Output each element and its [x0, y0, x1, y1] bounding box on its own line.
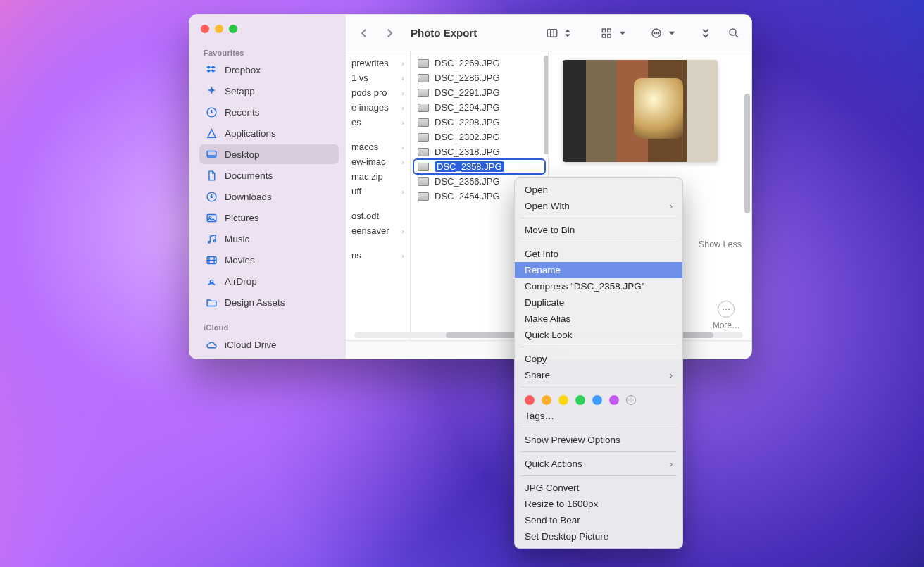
search-button[interactable]	[726, 25, 742, 42]
tag-color-r[interactable]	[525, 395, 535, 405]
menu-item[interactable]: JPG Convert	[515, 480, 682, 496]
file-thumbnail-icon	[418, 148, 429, 156]
tag-color-n[interactable]	[626, 395, 636, 405]
menu-item[interactable]: Share›	[515, 367, 682, 383]
zoom-window-button[interactable]	[229, 25, 237, 33]
menu-item[interactable]: Move to Bin	[515, 222, 682, 238]
parent-item[interactable]: eensaver›	[350, 223, 410, 238]
menu-item[interactable]: Set Desktop Picture	[515, 528, 682, 544]
menu-item[interactable]: Open With›	[515, 198, 682, 214]
parent-item[interactable]: e images›	[350, 100, 410, 115]
menu-separator	[520, 218, 677, 218]
menu-item[interactable]: Show Preview Options	[515, 432, 682, 448]
sidebar-item-movies[interactable]: Movies	[199, 250, 339, 270]
preview-scrollbar[interactable]	[744, 94, 750, 213]
file-item[interactable]: DSC_2286.JPG	[413, 70, 545, 85]
parent-item[interactable]: es›	[350, 115, 410, 130]
menu-item-label: Move to Bin	[525, 225, 575, 235]
file-item[interactable]: DSC_2294.JPG	[413, 100, 545, 115]
sidebar-item-applications[interactable]: Applications	[199, 123, 339, 143]
music-icon	[205, 232, 218, 245]
parent-item[interactable]: mac.zip	[350, 169, 410, 184]
sidebar-item-recents[interactable]: Recents	[199, 102, 339, 122]
chevron-right-icon: ›	[670, 201, 673, 211]
sidebar-item-downloads[interactable]: Downloads	[199, 187, 339, 206]
overflow-button[interactable]	[698, 25, 713, 42]
tag-colors	[515, 391, 682, 408]
sidebar-item-documents[interactable]: Documents	[199, 166, 339, 185]
forward-button[interactable]	[381, 25, 398, 42]
svg-point-6	[213, 239, 216, 242]
more-actions[interactable]: ⋯ More…	[713, 301, 740, 330]
column-parent[interactable]: prewrites›1 vs›pods pro›e images›es›maco…	[346, 51, 411, 359]
sidebar-item-airdrop[interactable]: AirDrop	[199, 271, 339, 291]
menu-item[interactable]: Get Info	[515, 246, 682, 262]
sidebar-item-label: Design Assets	[225, 297, 285, 308]
parent-item[interactable]: macos›	[350, 139, 410, 154]
sidebar-item-label: Desktop	[225, 149, 260, 160]
menu-item[interactable]: Open	[515, 182, 682, 198]
column-scrollbar[interactable]	[544, 56, 549, 154]
tag-color-g[interactable]	[575, 395, 585, 405]
sidebar-item-icloud-drive[interactable]: iCloud Drive	[199, 335, 339, 354]
parent-item[interactable]: ns›	[350, 248, 410, 263]
action-button[interactable]	[649, 25, 680, 42]
file-name: DSC_2298.JPG	[435, 117, 500, 127]
menu-item[interactable]: Quick Actions›	[515, 456, 682, 472]
file-item[interactable]: DSC_2358.JPG	[413, 159, 545, 174]
group-button[interactable]	[599, 25, 630, 42]
sidebar-item-label: Pictures	[225, 213, 259, 223]
menu-item[interactable]: Rename	[515, 262, 682, 278]
sidebar-item-design-assets[interactable]: Design Assets	[199, 292, 339, 312]
menu-item[interactable]: Duplicate	[515, 294, 682, 311]
parent-item[interactable]: uff›	[350, 184, 410, 199]
tag-color-o[interactable]	[542, 395, 551, 405]
tag-color-b[interactable]	[592, 395, 602, 405]
view-columns-button[interactable]	[544, 25, 575, 42]
parent-item[interactable]: 1 vs›	[350, 70, 410, 85]
tag-color-y[interactable]	[558, 395, 568, 405]
sidebar-item-pictures[interactable]: Pictures	[199, 208, 339, 228]
sidebar-item-label: Setapp	[225, 86, 255, 96]
menu-separator	[520, 387, 677, 387]
svg-rect-11	[602, 34, 606, 37]
menu-item[interactable]: Tags…	[515, 408, 682, 424]
menu-item-label: Duplicate	[525, 297, 564, 308]
file-name: DSC_2318.JPG	[435, 147, 500, 157]
file-item[interactable]: DSC_2298.JPG	[413, 115, 545, 130]
sidebar-item-setapp[interactable]: Setapp	[199, 81, 339, 101]
sidebar-item-label: Applications	[225, 128, 276, 139]
svg-point-16	[654, 32, 655, 34]
menu-item[interactable]: Quick Look	[515, 327, 682, 343]
parent-item[interactable]: prewrites›	[350, 56, 410, 70]
menu-separator	[520, 428, 677, 428]
menu-item[interactable]: Compress “DSC_2358.JPG”	[515, 278, 682, 294]
file-item[interactable]: DSC_2318.JPG	[413, 144, 545, 159]
file-item[interactable]: DSC_2302.JPG	[413, 130, 545, 144]
back-button[interactable]	[356, 25, 373, 42]
menu-item[interactable]: Resize to 1600px	[515, 496, 682, 512]
menu-item-label: Quick Look	[525, 330, 573, 340]
sidebar-item-desktop[interactable]: Desktop	[199, 144, 339, 164]
file-item[interactable]: DSC_2269.JPG	[413, 56, 545, 70]
menu-item-label: Tags…	[525, 411, 554, 421]
preview-image	[563, 60, 718, 162]
file-item[interactable]: DSC_2291.JPG	[413, 85, 545, 100]
menu-item[interactable]: Make Alias	[515, 311, 682, 327]
menu-item[interactable]: Send to Bear	[515, 512, 682, 528]
show-less-button[interactable]: Show Less	[699, 239, 742, 249]
menu-item[interactable]: Copy	[515, 351, 682, 367]
close-window-button[interactable]	[201, 25, 209, 33]
file-name: DSC_2366.JPG	[435, 176, 500, 187]
parent-item[interactable]: ew-imac›	[350, 154, 410, 169]
minimize-window-button[interactable]	[215, 25, 223, 33]
parent-item[interactable]: ost.odt	[350, 208, 410, 223]
sidebar-item-music[interactable]: Music	[199, 229, 339, 249]
sidebar-item-dropbox[interactable]: Dropbox	[199, 60, 339, 80]
parent-item[interactable]: pods pro›	[350, 85, 410, 100]
airdrop-icon	[205, 275, 218, 287]
menu-item-label: Set Desktop Picture	[525, 531, 608, 542]
context-menu[interactable]: OpenOpen With›Move to BinGet InfoRenameC…	[514, 177, 683, 549]
svg-rect-9	[547, 29, 557, 37]
tag-color-p[interactable]	[609, 395, 619, 405]
